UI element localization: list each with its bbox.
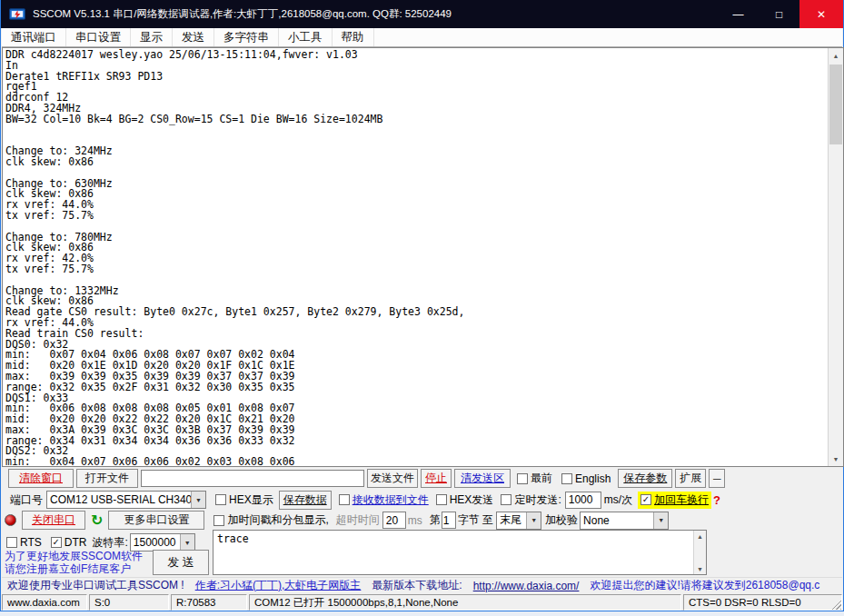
checksum-select[interactable]: None ▼ [580, 512, 669, 530]
welcome-text: 欢迎使用专业串口调试工具SSCOM ! [7, 578, 184, 593]
file-path-input[interactable] [141, 470, 364, 487]
terminal-output[interactable]: DDR c4d8224017 wesley.yao 25/06/13-15:11… [2, 47, 844, 467]
topmost-checkbox-box [517, 473, 528, 484]
append-crlf-label: 加回车换行 [654, 492, 709, 508]
status-signals: CTS=0 DSR=0 RLSD=0 [683, 594, 842, 611]
menu-item-send[interactable]: 发送 [173, 28, 214, 46]
sscom-window: SSCOM V5.13.1 串口/网络数据调试器,作者:大虾丁丁,2618058… [0, 0, 844, 611]
english-checkbox[interactable]: English [561, 472, 611, 485]
rts-checkbox-box [6, 537, 17, 548]
stop-button[interactable]: 停止 [421, 469, 452, 488]
hex-display-checkbox[interactable]: HEX显示 [215, 492, 273, 508]
topmost-checkbox[interactable]: 最前 [517, 471, 552, 486]
collapse-button[interactable]: ─ [709, 469, 725, 488]
clear-window-button[interactable]: 清除窗口 [8, 469, 74, 488]
send-scroll-up-icon[interactable]: ▲ [694, 531, 706, 541]
send-file-button[interactable]: 发送文件 [367, 469, 418, 488]
baud-dropdown-arrow-icon[interactable]: ▼ [180, 534, 194, 551]
dtr-checkbox[interactable]: DTR [51, 536, 87, 549]
append-crlf-checkbox[interactable]: 加回车换行 [638, 492, 711, 509]
status-website[interactable]: www.daxia.com [2, 594, 87, 611]
footer-links: 欢迎使用专业串口调试工具SSCOM ! 作者:习小猛(丁丁),大虾电子网版主 最… [2, 577, 842, 593]
timed-send-label: 定时发送: [514, 492, 561, 508]
timeout-input[interactable] [382, 512, 406, 529]
timestamp-label: 加时间戳和分包显示, [227, 512, 328, 528]
open-file-button[interactable]: 打开文件 [76, 469, 138, 488]
timestamp-checkbox-box [213, 515, 224, 526]
background-window-fragment: 天线真 图 [0, 611, 844, 616]
hex-send-checkbox[interactable]: HEX发送 [436, 492, 494, 508]
scroll-up-icon[interactable]: ▲ [829, 48, 843, 63]
timeout-label: 超时时间 [336, 512, 380, 528]
rts-label: RTS [20, 536, 42, 549]
port-dropdown-arrow-icon[interactable]: ▼ [191, 492, 205, 508]
checksum-label: 加校验 [545, 512, 578, 528]
menu-bar: 通讯端口 串口设置 显示 发送 多字符串 小工具 帮助 [2, 28, 842, 47]
title-bar: SSCOM V5.13.1 串口/网络数据调试器,作者:大虾丁丁,2618058… [1, 0, 843, 28]
window-title: SSCOM V5.13.1 串口/网络数据调试器,作者:大虾丁丁,2618058… [33, 7, 452, 21]
checksum-dropdown-arrow-icon[interactable]: ▼ [653, 512, 668, 529]
status-port: COM12 已打开 1500000bps,8,1,None,None [249, 594, 681, 611]
terminal-scrollbar[interactable]: ▲ ▼ [828, 48, 843, 466]
scroll-down-icon[interactable]: ▼ [829, 452, 843, 466]
byte-mid-label: 字节 至 [458, 512, 493, 528]
promo-line-2: 请您注册嘉立创F结尾客户 [5, 561, 131, 577]
minimize-button[interactable]: — [718, 0, 759, 28]
checksum-select-value: None [581, 514, 653, 527]
send-text-input[interactable]: trace [213, 531, 693, 574]
port-status-indicator-icon [5, 514, 16, 526]
menu-item-help[interactable]: 帮助 [333, 28, 374, 46]
dtr-label: DTR [65, 536, 87, 549]
save-data-button[interactable]: 保存数据 [279, 491, 332, 510]
download-url-link[interactable]: http://www.daxia.com/ [473, 580, 580, 592]
close-port-button[interactable]: 关闭串口 [22, 511, 85, 530]
hex-send-label: HEX发送 [450, 492, 494, 508]
receive-to-file-checkbox[interactable]: 接收数据到文件 [339, 492, 429, 508]
send-input-area: trace ▲ ▼ [213, 530, 707, 575]
port-select[interactable]: COM12 USB-SERIAL CH340 ▼ [46, 491, 206, 509]
timestamp-checkbox[interactable]: 加时间戳和分包显示, [213, 512, 328, 528]
menu-item-comm-port[interactable]: 通讯端口 [2, 28, 66, 46]
serial-control-row: 关闭串口 ↻ 更多串口设置 加时间戳和分包显示, 超时时间 ms 第 字节 至 … [5, 512, 669, 529]
rts-checkbox[interactable]: RTS [6, 536, 42, 549]
author-link[interactable]: 作者:习小猛(丁丁),大虾电子网版主 [195, 578, 362, 593]
menu-item-tools[interactable]: 小工具 [279, 28, 333, 46]
close-icon: ✕ [817, 8, 826, 21]
refresh-ports-icon[interactable]: ↻ [91, 513, 103, 528]
timed-send-checkbox[interactable]: 定时发送: [501, 492, 561, 508]
byte-to-dropdown-arrow-icon[interactable]: ▼ [526, 512, 541, 529]
clear-send-area-button[interactable]: 清发送区 [454, 469, 511, 488]
byte-to-select[interactable]: 末尾 ▼ [496, 512, 541, 530]
scrollbar-thumb[interactable] [829, 65, 842, 144]
menu-item-display[interactable]: 显示 [131, 28, 173, 46]
hex-display-label: HEX显示 [229, 492, 273, 508]
topmost-label: 最前 [531, 471, 552, 486]
download-label: 最新版本下载地址: [372, 578, 462, 593]
byte-to-select-value: 末尾 [497, 512, 526, 528]
menu-item-port-settings[interactable]: 串口设置 [66, 28, 131, 46]
port-row: 端口号 COM12 USB-SERIAL CH340 ▼ HEX显示 保存数据 … [10, 491, 720, 509]
menu-item-multi-string[interactable]: 多字符串 [214, 28, 279, 46]
baud-label: 波特率: [92, 535, 127, 551]
send-button[interactable]: 发 送 [153, 550, 209, 575]
status-sent: S:0 [89, 594, 169, 611]
port-label: 端口号 [10, 492, 43, 508]
append-crlf-checkbox-box [640, 494, 651, 505]
extend-button[interactable]: 扩展 [675, 469, 706, 488]
send-scroll-down-icon[interactable]: ▼ [694, 563, 706, 574]
toolbar-row: 清除窗口 打开文件 发送文件 停止 清发送区 最前 English 保存参数 扩… [8, 469, 725, 488]
port-select-value: COM12 USB-SERIAL CH340 [47, 493, 191, 506]
send-interval-input[interactable] [565, 492, 601, 509]
maximize-button[interactable]: □ [759, 0, 799, 28]
close-button[interactable]: ✕ [799, 0, 843, 28]
more-port-settings-button[interactable]: 更多串口设置 [108, 511, 204, 530]
hex-send-checkbox-box [436, 494, 447, 505]
help-question-mark[interactable]: ? [713, 493, 720, 507]
save-params-button[interactable]: 保存参数 [618, 469, 672, 488]
app-icon [9, 6, 25, 23]
status-received: R:70583 [171, 594, 247, 611]
byte-from-input[interactable] [442, 512, 456, 529]
send-scrollbar[interactable]: ▲ ▼ [693, 531, 706, 574]
window-controls: — □ ✕ [718, 0, 843, 28]
interval-unit-label: ms/次 [604, 492, 632, 508]
